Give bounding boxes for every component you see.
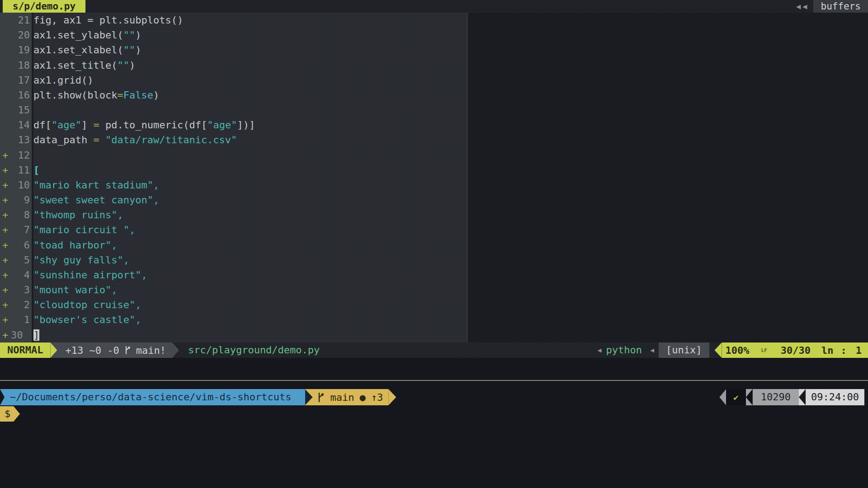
powerline-arrow-icon	[305, 389, 313, 405]
line-number: 9	[0, 192, 30, 207]
code-line[interactable]: +4"sunshine airport",	[0, 267, 868, 282]
vim-statusline: NORMAL +13 ~0 -0 main! src/playground/de…	[0, 343, 868, 358]
line-number: 16	[0, 88, 30, 103]
code-text: ax1.set_title("")	[33, 58, 135, 73]
ln-label: ln	[821, 345, 834, 356]
git-branch-icon	[124, 345, 132, 355]
code-text: ]	[33, 328, 39, 343]
clock: 09:24:00	[806, 389, 864, 405]
code-text: "sweet sweet canyon",	[33, 192, 159, 207]
terminal-screen: s/p/demo.py ◀◀ buffers 21fig, ax1 = plt.…	[0, 0, 868, 488]
tab-demo-py[interactable]: s/p/demo.py	[3, 0, 85, 13]
line-number: 2	[0, 297, 30, 312]
line-number: 7	[0, 222, 30, 237]
code-text: "thwomp ruins",	[33, 207, 123, 222]
shell-input-line[interactable]: $	[0, 406, 20, 422]
prompt-symbol: $	[0, 406, 20, 422]
git-branch-icon	[316, 391, 325, 403]
code-text: data_path = "data/raw/titanic.csv"	[33, 132, 237, 147]
code-text: "sunshine airport",	[33, 267, 147, 282]
line-number: 6	[0, 238, 30, 253]
line-number: 15	[0, 103, 30, 117]
code-line[interactable]: +2"cloudtop cruise",	[0, 297, 868, 312]
code-text: ax1.set_ylabel("")	[33, 28, 141, 42]
left-triangle-icon: ◀	[598, 346, 602, 354]
code-line[interactable]: +6"toad harbor",	[0, 238, 868, 253]
line-number: 13	[0, 132, 30, 147]
line-number: 18	[0, 58, 30, 73]
line-position: 30/30	[781, 345, 811, 356]
code-lines: 21fig, ax1 = plt.subplots()20ax1.set_yla…	[0, 13, 868, 343]
code-text: [	[33, 163, 39, 178]
editor[interactable]: 21fig, ax1 = plt.subplots()20ax1.set_yla…	[0, 13, 868, 343]
code-text: plt.show(block=False)	[33, 88, 159, 103]
line-number: 4	[0, 267, 30, 282]
scroll-percent: 100%	[726, 345, 750, 356]
shell-prompt-bar: ~/Documents/perso/data-science/vim-ds-sh…	[0, 389, 868, 405]
line-number: 1	[0, 312, 30, 327]
git-status-segment: +13 ~0 -0 main!	[57, 343, 172, 358]
code-line[interactable]: +9"sweet sweet canyon",	[0, 192, 868, 207]
line-number: 5	[0, 253, 30, 267]
code-line[interactable]: 20ax1.set_ylabel("")	[0, 28, 868, 42]
code-line[interactable]: 19ax1.set_xlabel("")	[0, 42, 868, 57]
git-segment: main ● ↑3	[313, 389, 389, 405]
code-text: df["age"] = pd.to_numeric(df["age"])]	[33, 117, 255, 132]
code-line[interactable]: +11[	[0, 163, 868, 178]
code-line[interactable]: 13data_path = "data/raw/titanic.csv"	[0, 132, 868, 147]
line-number: 11	[0, 163, 30, 178]
powerline-arrow-icon	[715, 343, 722, 358]
code-text: "mario circuit ",	[33, 222, 135, 237]
code-line[interactable]: 14df["age"] = pd.to_numeric(df["age"])]	[0, 117, 868, 132]
code-text: "toad harbor",	[33, 238, 117, 253]
code-line[interactable]: +1"bowser's castle",	[0, 312, 868, 327]
code-line[interactable]: 21fig, ax1 = plt.subplots()	[0, 13, 868, 28]
segment-notch-icon	[0, 389, 5, 405]
dirty-dot-icon: ●	[360, 392, 366, 403]
code-text: "cloudtop cruise",	[33, 297, 141, 312]
git-branch: main	[330, 392, 354, 403]
code-line[interactable]: 18ax1.set_title("")	[0, 58, 868, 73]
line-number: 21	[0, 13, 30, 28]
code-line[interactable]: 16plt.show(block=False)	[0, 88, 868, 103]
line-number: 17	[0, 73, 30, 88]
code-text: ax1.set_xlabel("")	[33, 42, 141, 57]
position-segment: 100% LF 30/30 ln : 1	[722, 343, 868, 358]
line-ending-indicator: LF	[761, 347, 767, 353]
code-text: "mario kart stadium",	[33, 178, 159, 192]
line-number: 8	[0, 207, 30, 222]
cwd-segment: ~/Documents/perso/data-science/vim-ds-sh…	[5, 389, 305, 405]
code-line[interactable]: +5"shy guy falls",	[0, 253, 868, 267]
history-count: 10290	[753, 389, 799, 405]
buffers-button[interactable]: ◀◀ buffers	[796, 0, 868, 13]
code-text: "bowser's castle",	[33, 312, 141, 327]
git-diff-stats: +13 ~0 -0	[65, 345, 119, 356]
vim-tabline: s/p/demo.py ◀◀ buffers	[0, 0, 868, 13]
buffers-label: buffers	[813, 0, 868, 13]
line-number: 3	[0, 282, 30, 297]
mode-indicator: NORMAL	[0, 343, 50, 358]
fileformat-indicator: [unix]	[659, 343, 709, 358]
left-triangle-icon	[799, 389, 806, 405]
code-line[interactable]: +10"mario kart stadium",	[0, 178, 868, 192]
code-line[interactable]: +3"mount wario",	[0, 282, 868, 297]
code-line[interactable]: +30]	[0, 328, 868, 343]
line-number: 14	[0, 117, 30, 132]
code-line[interactable]: +12	[0, 148, 868, 163]
code-line[interactable]: 15	[0, 103, 868, 117]
file-path: src/playground/demo.py	[179, 343, 320, 358]
column-number: 1	[856, 345, 862, 356]
code-line[interactable]: +7"mario circuit ",	[0, 222, 868, 237]
code-line[interactable]: 17ax1.grid()	[0, 73, 868, 88]
code-text: "shy guy falls",	[33, 253, 129, 267]
code-text: "mount wario",	[33, 282, 117, 297]
line-number: 30	[0, 328, 30, 343]
powerline-arrow-icon	[388, 389, 396, 405]
line-number: 10	[0, 178, 30, 192]
filetype-indicator: python	[606, 343, 642, 358]
left-triangle-icon	[746, 389, 753, 405]
code-text: fig, ax1 = plt.subplots()	[33, 13, 183, 28]
left-arrows-icon: ◀◀	[796, 2, 809, 11]
code-line[interactable]: +8"thwomp ruins",	[0, 207, 868, 222]
colon: :	[841, 345, 847, 356]
